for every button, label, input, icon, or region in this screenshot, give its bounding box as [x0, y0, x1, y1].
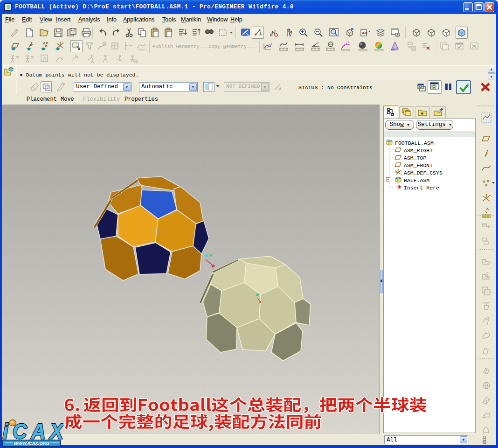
svg-text:WWW.ICAX.ORG: WWW.ICAX.ORG — [14, 441, 49, 446]
svg-text:z: z — [401, 174, 402, 176]
svg-text:AB: AB — [362, 31, 367, 35]
svg-text:x: x — [401, 170, 402, 173]
svg-text:y: y — [395, 169, 396, 172]
svg-text:✱: ✱ — [421, 111, 423, 116]
